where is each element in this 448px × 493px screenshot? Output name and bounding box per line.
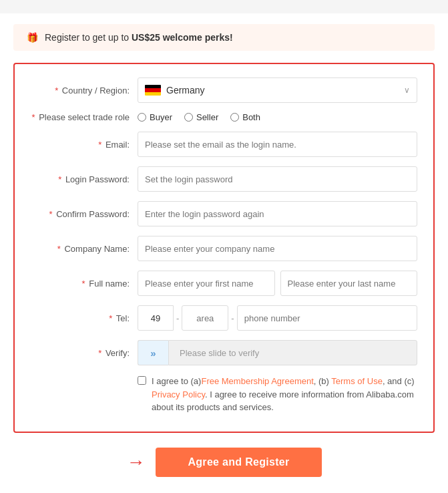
verify-slide-area[interactable]: Please slide to verify [168,340,417,365]
agreement-text: I agree to (a)Free Membership Agreement,… [152,375,417,414]
fullname-inputs [138,271,417,296]
both-radio[interactable] [230,113,239,122]
country-label: * Country / Region: [31,86,138,96]
register-btn-row: → Agree and Register [13,448,435,477]
buyer-option[interactable]: Buyer [138,112,172,122]
firstname-input[interactable] [138,271,275,296]
buyer-radio[interactable] [138,113,146,122]
lastname-input[interactable] [280,271,418,296]
email-row: * Email: [31,132,417,157]
trade-role-row: * Please select trade role Buyer Seller … [31,112,417,122]
trade-role-group: Buyer Seller Both [138,112,417,122]
agreement-content: I agree to (a)Free Membership Agreement,… [138,375,417,414]
tel-area-input[interactable] [182,305,228,331]
register-button[interactable]: Agree and Register [156,448,321,477]
both-option[interactable]: Both [230,112,260,122]
email-input[interactable] [138,132,417,157]
both-label: Both [242,112,260,122]
verify-slide-text: Please slide to verify [180,348,259,358]
country-select[interactable]: Germany ∨ [138,77,417,103]
promo-text: Register to get up to US$25 welcome perk… [45,32,233,43]
company-input[interactable] [138,236,417,261]
company-row: * Company Name: [31,236,417,261]
confirm-label: * Confirm Password: [31,209,138,219]
gift-icon: 🎁 [27,32,38,43]
seller-label: Seller [196,112,218,122]
fullname-row: * Full name: [31,271,417,296]
verify-arrow-btn[interactable]: » [138,340,168,365]
tel-number-input[interactable] [237,305,417,331]
password-input[interactable] [138,166,417,192]
tel-country-code[interactable] [138,305,174,331]
chevron-down-icon: ∨ [404,86,410,95]
password-row: * Login Password: [31,166,417,192]
seller-option[interactable]: Seller [184,112,218,122]
country-row: * Country / Region: Germany ∨ [31,77,417,103]
agreement-checkbox[interactable] [138,376,146,385]
promo-banner: 🎁 Register to get up to US$25 welcome pe… [13,24,435,51]
buyer-label: Buyer [150,112,172,122]
double-arrow-icon: » [150,347,156,359]
tel-row: * Tel: - - [31,305,417,331]
tel-label: * Tel: [31,313,138,323]
germany-flag [145,85,161,96]
terms-link[interactable]: Terms of Use [331,376,383,386]
password-label: * Login Password: [31,174,138,184]
confirm-row: * Confirm Password: [31,201,417,226]
verify-widget[interactable]: » Please slide to verify [138,340,417,365]
arrow-right-icon: → [126,452,145,473]
trade-role-label: * Please select trade role [31,112,138,122]
tel-inputs: - - [138,305,417,331]
membership-link[interactable]: Free Membership Agreement [201,376,313,386]
confirm-input[interactable] [138,201,417,226]
verify-label: * Verify: [31,348,138,358]
agreement-row: I agree to (a)Free Membership Agreement,… [31,375,417,414]
fullname-label: * Full name: [31,279,138,289]
seller-radio[interactable] [184,113,193,122]
tel-sep2: - [228,313,236,323]
privacy-link[interactable]: Privacy Policy [152,389,205,399]
company-label: * Company Name: [31,244,138,254]
registration-form: * Country / Region: Germany ∨ * Please s… [13,63,435,433]
verify-row: * Verify: » Please slide to verify [31,340,417,365]
email-label: * Email: [31,140,138,150]
promo-bold: US$25 welcome perks! [132,32,233,43]
country-value: Germany [166,85,205,96]
tel-sep1: - [174,313,182,323]
